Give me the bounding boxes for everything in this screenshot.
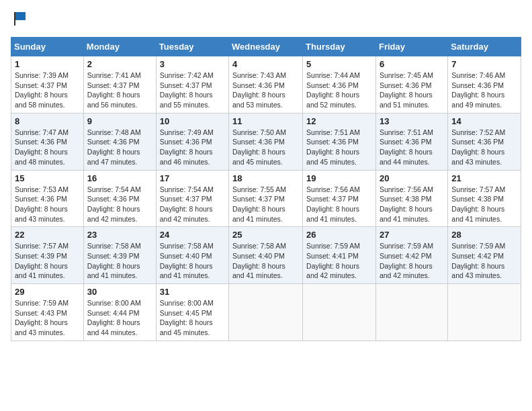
week-row-4: 22Sunrise: 7:57 AMSunset: 4:39 PMDayligh… (11, 227, 521, 284)
day-number: 7 (451, 59, 517, 69)
day-number: 27 (380, 230, 444, 240)
day-number: 23 (87, 230, 152, 240)
day-info: Sunrise: 7:57 AMSunset: 4:38 PMDaylight:… (451, 185, 505, 223)
weekday-header-saturday: Saturday (448, 38, 521, 56)
day-info: Sunrise: 7:59 AMSunset: 4:41 PMDaylight:… (306, 242, 360, 279)
week-row-5: 29Sunrise: 7:59 AMSunset: 4:43 PMDayligh… (11, 284, 521, 341)
day-info: Sunrise: 7:47 AMSunset: 4:36 PMDaylight:… (15, 128, 69, 166)
day-number: 30 (87, 287, 152, 297)
day-info: Sunrise: 7:46 AMSunset: 4:36 PMDaylight:… (451, 71, 505, 109)
day-cell: 20Sunrise: 7:56 AMSunset: 4:38 PMDayligh… (375, 170, 447, 227)
day-number: 22 (15, 230, 80, 240)
day-cell: 30Sunrise: 8:00 AMSunset: 4:44 PMDayligh… (83, 284, 156, 341)
day-number: 26 (306, 230, 372, 240)
day-cell: 24Sunrise: 7:58 AMSunset: 4:40 PMDayligh… (156, 227, 228, 284)
weekday-header-wednesday: Wednesday (229, 38, 303, 56)
weekday-header-sunday: Sunday (11, 38, 84, 56)
svg-marker-1 (15, 12, 26, 16)
day-number: 5 (306, 59, 372, 69)
day-info: Sunrise: 8:00 AMSunset: 4:44 PMDaylight:… (87, 299, 141, 336)
day-cell: 31Sunrise: 8:00 AMSunset: 4:45 PMDayligh… (156, 284, 228, 341)
day-number: 2 (87, 59, 152, 69)
day-info: Sunrise: 7:58 AMSunset: 4:39 PMDaylight:… (87, 242, 141, 279)
day-number: 17 (160, 173, 225, 183)
calendar-table: SundayMondayTuesdayWednesdayThursdayFrid… (11, 37, 521, 341)
day-number: 12 (306, 116, 372, 126)
day-cell: 4Sunrise: 7:43 AMSunset: 4:36 PMDaylight… (229, 56, 303, 113)
day-cell (448, 284, 521, 341)
day-cell: 10Sunrise: 7:49 AMSunset: 4:36 PMDayligh… (156, 113, 228, 170)
day-info: Sunrise: 8:00 AMSunset: 4:45 PMDaylight:… (160, 299, 214, 336)
day-info: Sunrise: 7:59 AMSunset: 4:42 PMDaylight:… (380, 242, 433, 279)
day-cell: 21Sunrise: 7:57 AMSunset: 4:38 PMDayligh… (448, 170, 521, 227)
logo-wordmark (11, 11, 28, 30)
day-cell: 9Sunrise: 7:48 AMSunset: 4:36 PMDaylight… (83, 113, 156, 170)
day-number: 8 (15, 116, 80, 126)
day-info: Sunrise: 7:45 AMSunset: 4:36 PMDaylight:… (380, 71, 433, 109)
day-info: Sunrise: 7:41 AMSunset: 4:37 PMDaylight:… (87, 71, 141, 109)
day-number: 14 (451, 116, 517, 126)
day-cell: 17Sunrise: 7:54 AMSunset: 4:37 PMDayligh… (156, 170, 228, 227)
week-row-1: 1Sunrise: 7:39 AMSunset: 4:37 PMDaylight… (11, 56, 521, 113)
day-cell: 12Sunrise: 7:51 AMSunset: 4:36 PMDayligh… (303, 113, 376, 170)
day-cell: 16Sunrise: 7:54 AMSunset: 4:36 PMDayligh… (83, 170, 156, 227)
day-cell: 15Sunrise: 7:53 AMSunset: 4:36 PMDayligh… (11, 170, 84, 227)
weekday-header-monday: Monday (83, 38, 156, 56)
day-info: Sunrise: 7:50 AMSunset: 4:36 PMDaylight:… (232, 128, 286, 166)
day-info: Sunrise: 7:51 AMSunset: 4:36 PMDaylight:… (380, 128, 433, 166)
day-info: Sunrise: 7:44 AMSunset: 4:36 PMDaylight:… (306, 71, 360, 109)
day-info: Sunrise: 7:51 AMSunset: 4:36 PMDaylight:… (306, 128, 360, 166)
day-cell: 25Sunrise: 7:58 AMSunset: 4:40 PMDayligh… (229, 227, 303, 284)
day-cell: 6Sunrise: 7:45 AMSunset: 4:36 PMDaylight… (375, 56, 447, 113)
day-info: Sunrise: 7:48 AMSunset: 4:36 PMDaylight:… (87, 128, 141, 166)
day-number: 21 (451, 173, 517, 183)
logo-flag-icon (12, 11, 28, 27)
day-number: 11 (232, 116, 299, 126)
day-cell: 19Sunrise: 7:56 AMSunset: 4:37 PMDayligh… (303, 170, 376, 227)
header (11, 11, 521, 30)
day-cell: 23Sunrise: 7:58 AMSunset: 4:39 PMDayligh… (83, 227, 156, 284)
day-info: Sunrise: 7:42 AMSunset: 4:37 PMDaylight:… (160, 71, 214, 109)
day-info: Sunrise: 7:57 AMSunset: 4:39 PMDaylight:… (15, 242, 69, 279)
day-info: Sunrise: 7:58 AMSunset: 4:40 PMDaylight:… (160, 242, 214, 279)
day-number: 24 (160, 230, 225, 240)
day-cell: 11Sunrise: 7:50 AMSunset: 4:36 PMDayligh… (229, 113, 303, 170)
day-number: 31 (160, 287, 225, 297)
day-cell: 2Sunrise: 7:41 AMSunset: 4:37 PMDaylight… (83, 56, 156, 113)
day-cell (375, 284, 447, 341)
day-info: Sunrise: 7:56 AMSunset: 4:38 PMDaylight:… (380, 185, 433, 223)
day-cell: 7Sunrise: 7:46 AMSunset: 4:36 PMDaylight… (448, 56, 521, 113)
day-info: Sunrise: 7:39 AMSunset: 4:37 PMDaylight:… (15, 71, 69, 109)
day-number: 19 (306, 173, 372, 183)
day-number: 13 (380, 116, 444, 126)
day-cell: 28Sunrise: 7:59 AMSunset: 4:42 PMDayligh… (448, 227, 521, 284)
day-number: 28 (451, 230, 517, 240)
calendar-body: 1Sunrise: 7:39 AMSunset: 4:37 PMDaylight… (11, 56, 521, 341)
day-cell: 13Sunrise: 7:51 AMSunset: 4:36 PMDayligh… (375, 113, 447, 170)
day-info: Sunrise: 7:53 AMSunset: 4:36 PMDaylight:… (15, 185, 69, 223)
weekday-header-tuesday: Tuesday (156, 38, 228, 56)
day-cell (229, 284, 303, 341)
week-row-3: 15Sunrise: 7:53 AMSunset: 4:36 PMDayligh… (11, 170, 521, 227)
day-info: Sunrise: 7:59 AMSunset: 4:43 PMDaylight:… (15, 299, 69, 336)
week-row-2: 8Sunrise: 7:47 AMSunset: 4:36 PMDaylight… (11, 113, 521, 170)
day-number: 18 (232, 173, 299, 183)
day-info: Sunrise: 7:54 AMSunset: 4:36 PMDaylight:… (87, 185, 141, 223)
day-number: 15 (15, 173, 80, 183)
day-cell (303, 284, 376, 341)
day-info: Sunrise: 7:43 AMSunset: 4:36 PMDaylight:… (232, 71, 286, 109)
day-number: 25 (232, 230, 299, 240)
weekday-header-friday: Friday (375, 38, 447, 56)
day-number: 1 (15, 59, 80, 69)
day-info: Sunrise: 7:56 AMSunset: 4:37 PMDaylight:… (306, 185, 360, 223)
day-cell: 18Sunrise: 7:55 AMSunset: 4:37 PMDayligh… (229, 170, 303, 227)
day-number: 3 (160, 59, 225, 69)
day-number: 4 (232, 59, 299, 69)
day-info: Sunrise: 7:58 AMSunset: 4:40 PMDaylight:… (232, 242, 286, 279)
day-cell: 1Sunrise: 7:39 AMSunset: 4:37 PMDaylight… (11, 56, 84, 113)
day-number: 16 (87, 173, 152, 183)
day-number: 6 (380, 59, 444, 69)
day-info: Sunrise: 7:52 AMSunset: 4:36 PMDaylight:… (451, 128, 505, 166)
day-number: 9 (87, 116, 152, 126)
day-cell: 29Sunrise: 7:59 AMSunset: 4:43 PMDayligh… (11, 284, 84, 341)
